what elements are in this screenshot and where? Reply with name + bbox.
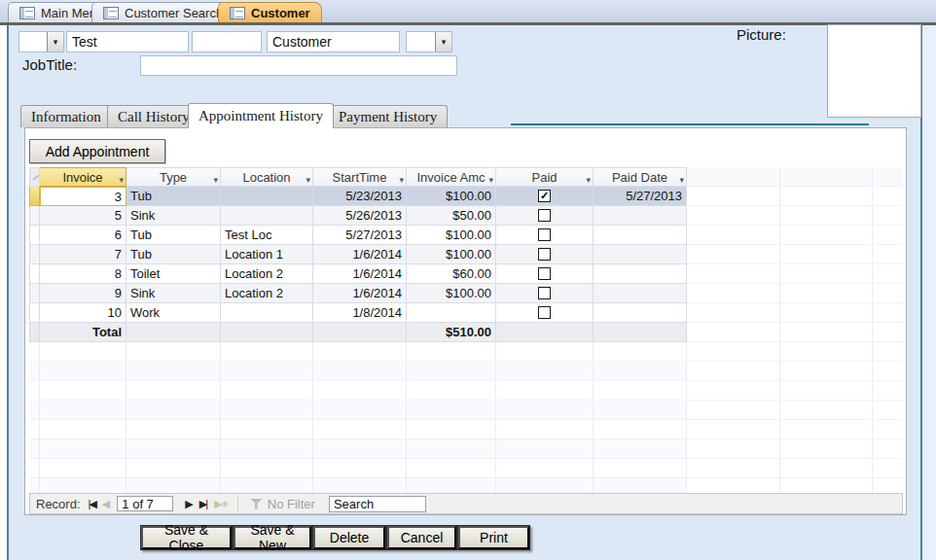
column-filter-arrow-icon[interactable]	[399, 171, 404, 186]
subtab-appointment-history[interactable]: Appointment History	[188, 103, 334, 128]
column-header-paid[interactable]: Paid	[496, 167, 594, 187]
cell-starttime[interactable]: 5/23/2013	[313, 187, 407, 206]
cell-amount[interactable]: $50.00	[407, 206, 496, 226]
table-row[interactable]: 10 Work 1/8/2014	[29, 303, 687, 323]
column-filter-arrow-icon[interactable]	[213, 171, 218, 186]
cell-starttime[interactable]: 1/6/2014	[313, 245, 407, 264]
picture-frame[interactable]	[827, 24, 921, 118]
cell-amount[interactable]: $60.00	[407, 264, 496, 284]
table-row[interactable]: 5 Sink 5/26/2013 $50.00	[29, 206, 687, 226]
record-selector[interactable]	[29, 187, 40, 206]
column-header-invoice-amount[interactable]: Invoice Amc	[407, 167, 496, 187]
cell-amount[interactable]: $100.00	[407, 226, 496, 245]
suffix-combo[interactable]	[406, 31, 452, 52]
cell-type[interactable]: Toilet	[126, 264, 221, 284]
cell-amount[interactable]: $100.00	[407, 187, 496, 206]
tab-customer-search[interactable]: Customer Search	[91, 2, 234, 22]
subtab-payment-history[interactable]: Payment History	[328, 105, 448, 127]
record-selector[interactable]	[29, 245, 40, 264]
middle-name-field[interactable]	[192, 31, 262, 52]
job-title-field[interactable]	[140, 55, 457, 76]
cell-location[interactable]: Location 2	[221, 284, 313, 303]
paid-checkbox[interactable]	[538, 209, 551, 222]
cell-starttime[interactable]: 5/27/2013	[313, 226, 407, 245]
dropdown-arrow-icon[interactable]	[47, 32, 63, 52]
cell-amount[interactable]	[407, 303, 496, 323]
datasheet-select-all[interactable]	[29, 167, 40, 187]
new-record-button[interactable]: ▶∗	[214, 498, 228, 510]
cell-paid[interactable]	[496, 226, 594, 245]
previous-record-button[interactable]: ◀	[102, 498, 108, 510]
record-selector[interactable]	[29, 226, 40, 245]
cell-invoice[interactable]: 7	[40, 245, 126, 264]
cell-paid[interactable]	[496, 264, 594, 284]
cell-paid-date[interactable]	[594, 303, 687, 323]
column-filter-arrow-icon[interactable]	[679, 171, 684, 186]
cell-invoice[interactable]: 10	[40, 303, 126, 323]
cell-starttime[interactable]: 1/6/2014	[313, 284, 407, 303]
table-row[interactable]: 9 Sink Location 2 1/6/2014 $100.00	[29, 284, 687, 303]
column-header-invoice[interactable]: Invoice	[40, 167, 126, 187]
paid-checkbox[interactable]	[538, 267, 551, 280]
cell-location[interactable]: Test Loc	[221, 226, 313, 245]
dropdown-arrow-icon[interactable]	[435, 32, 451, 52]
cell-paid[interactable]	[496, 206, 594, 226]
paid-checkbox[interactable]	[538, 190, 551, 202]
paid-checkbox[interactable]	[538, 228, 551, 241]
subtab-call-history[interactable]: Call History	[107, 105, 200, 127]
cell-starttime[interactable]: 5/26/2013	[313, 206, 407, 226]
cell-starttime[interactable]: 1/8/2014	[313, 303, 407, 323]
cell-paid-date[interactable]	[594, 226, 687, 245]
record-position-box[interactable]: 1 of 7	[117, 496, 173, 511]
salutation-combo[interactable]	[18, 31, 64, 52]
cell-starttime[interactable]: 1/6/2014	[313, 264, 407, 284]
column-filter-arrow-icon[interactable]	[119, 171, 124, 186]
cell-paid[interactable]	[496, 245, 594, 264]
last-name-field[interactable]: Customer	[267, 31, 400, 52]
add-appointment-button[interactable]: Add Appointment	[29, 139, 165, 163]
record-selector[interactable]	[29, 206, 40, 226]
delete-button[interactable]: Delete	[313, 526, 385, 549]
table-row[interactable]: 8 Toilet Location 2 1/6/2014 $60.00	[29, 264, 687, 284]
paid-checkbox[interactable]	[538, 248, 551, 261]
cell-location[interactable]	[221, 206, 313, 226]
cell-paid-date[interactable]	[594, 264, 687, 284]
next-record-button[interactable]: ▶	[185, 498, 191, 510]
cell-paid-date[interactable]	[594, 284, 687, 303]
cell-type[interactable]: Work	[126, 303, 221, 323]
cell-type[interactable]: Tub	[126, 245, 221, 264]
column-filter-arrow-icon[interactable]	[306, 171, 310, 186]
paid-checkbox[interactable]	[538, 287, 551, 299]
cell-paid-date[interactable]: 5/27/2013	[594, 187, 687, 206]
paid-checkbox[interactable]	[538, 306, 551, 319]
cell-location[interactable]: Location 2	[221, 264, 313, 284]
cell-type[interactable]: Tub	[126, 226, 221, 245]
first-name-field[interactable]: Test	[66, 31, 189, 52]
subtab-information[interactable]: Information	[20, 105, 112, 127]
save-close-button[interactable]: Save & Close	[141, 526, 232, 549]
column-header-location[interactable]: Location	[221, 167, 313, 187]
record-selector[interactable]	[29, 284, 40, 303]
first-record-button[interactable]: |◀	[89, 498, 95, 510]
cell-type[interactable]: Sink	[126, 206, 221, 226]
cell-invoice[interactable]: 6	[40, 226, 126, 245]
column-filter-arrow-icon[interactable]	[586, 171, 591, 186]
column-header-starttime[interactable]: StartTime	[313, 167, 407, 187]
cell-location[interactable]	[221, 303, 313, 323]
cell-paid[interactable]	[496, 187, 594, 206]
cancel-button[interactable]: Cancel	[387, 526, 456, 549]
table-row[interactable]: 7 Tub Location 1 1/6/2014 $100.00	[29, 245, 687, 264]
no-filter-button[interactable]: No Filter	[268, 497, 315, 511]
save-new-button[interactable]: Save & New	[234, 526, 311, 549]
cell-invoice[interactable]: 8	[40, 264, 126, 284]
record-selector[interactable]	[29, 264, 40, 284]
cell-location[interactable]	[221, 187, 313, 206]
cell-paid-date[interactable]	[594, 206, 687, 226]
cell-invoice[interactable]: 3	[40, 187, 126, 206]
cell-location[interactable]: Location 1	[221, 245, 313, 264]
cell-paid[interactable]	[496, 284, 594, 303]
tab-customer[interactable]: Customer	[218, 2, 322, 22]
table-row[interactable]: 6 Tub Test Loc 5/27/2013 $100.00	[29, 226, 687, 245]
table-row[interactable]: 3 Tub 5/23/2013 $100.00 5/27/2013	[29, 187, 687, 206]
cell-invoice[interactable]: 5	[40, 206, 126, 226]
